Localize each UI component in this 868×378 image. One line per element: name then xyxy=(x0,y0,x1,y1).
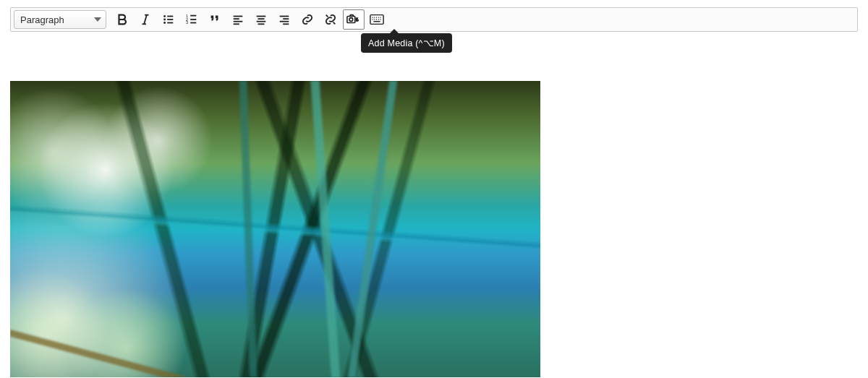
svg-rect-12 xyxy=(190,19,196,20)
svg-rect-8 xyxy=(167,22,173,24)
align-right-icon xyxy=(278,13,291,26)
inserted-image[interactable] xyxy=(10,81,540,377)
keyboard-icon xyxy=(370,14,384,25)
svg-rect-6 xyxy=(167,19,173,20)
align-center-icon xyxy=(255,13,268,26)
svg-rect-24 xyxy=(283,18,289,20)
svg-point-7 xyxy=(163,22,166,24)
editor-content[interactable] xyxy=(10,81,858,377)
italic-icon xyxy=(139,13,152,26)
svg-rect-29 xyxy=(347,16,355,22)
align-right-button[interactable] xyxy=(273,9,295,30)
svg-rect-23 xyxy=(280,16,289,17)
svg-rect-17 xyxy=(234,21,243,22)
svg-text:3: 3 xyxy=(186,20,188,25)
svg-rect-26 xyxy=(283,23,289,25)
svg-point-30 xyxy=(349,18,353,22)
chevron-down-icon xyxy=(94,17,101,22)
svg-point-5 xyxy=(163,19,166,21)
svg-line-27 xyxy=(326,15,328,17)
bulleted-list-icon xyxy=(162,13,175,26)
blockquote-button[interactable] xyxy=(204,9,226,30)
tooltip-text: Add Media (^⌥M) xyxy=(368,38,445,48)
svg-rect-16 xyxy=(234,18,239,20)
svg-point-3 xyxy=(163,15,166,17)
svg-rect-10 xyxy=(190,15,196,17)
svg-rect-4 xyxy=(167,16,173,17)
bold-button[interactable] xyxy=(111,9,133,30)
unlink-button[interactable] xyxy=(320,9,341,30)
svg-line-2 xyxy=(144,15,147,25)
bulleted-list-button[interactable] xyxy=(158,9,179,30)
svg-rect-22 xyxy=(258,23,265,25)
svg-rect-19 xyxy=(257,16,266,17)
italic-button[interactable] xyxy=(135,9,156,30)
camera-media-icon xyxy=(346,13,361,26)
format-select[interactable]: Paragraph xyxy=(14,10,106,29)
keyboard-shortcuts-button[interactable] xyxy=(366,9,388,30)
link-icon xyxy=(301,13,314,26)
bold-icon xyxy=(116,13,129,26)
svg-rect-21 xyxy=(257,21,266,22)
svg-rect-20 xyxy=(258,18,265,20)
numbered-list-icon: 1 2 3 xyxy=(185,13,198,26)
blockquote-icon xyxy=(208,13,221,26)
align-center-button[interactable] xyxy=(250,9,272,30)
add-media-button[interactable] xyxy=(343,9,365,30)
align-left-icon xyxy=(231,13,244,26)
unlink-icon xyxy=(324,13,337,26)
numbered-list-button[interactable]: 1 2 3 xyxy=(181,9,203,30)
svg-rect-25 xyxy=(280,21,289,22)
svg-rect-14 xyxy=(190,22,196,24)
svg-rect-15 xyxy=(234,16,243,17)
align-left-button[interactable] xyxy=(227,9,249,30)
link-button[interactable] xyxy=(297,9,318,30)
tooltip: Add Media (^⌥M) xyxy=(361,33,452,53)
svg-rect-18 xyxy=(234,23,239,25)
format-select-label: Paragraph xyxy=(20,14,64,25)
editor-toolbar: Paragraph 1 xyxy=(10,7,858,32)
svg-line-28 xyxy=(333,22,336,25)
